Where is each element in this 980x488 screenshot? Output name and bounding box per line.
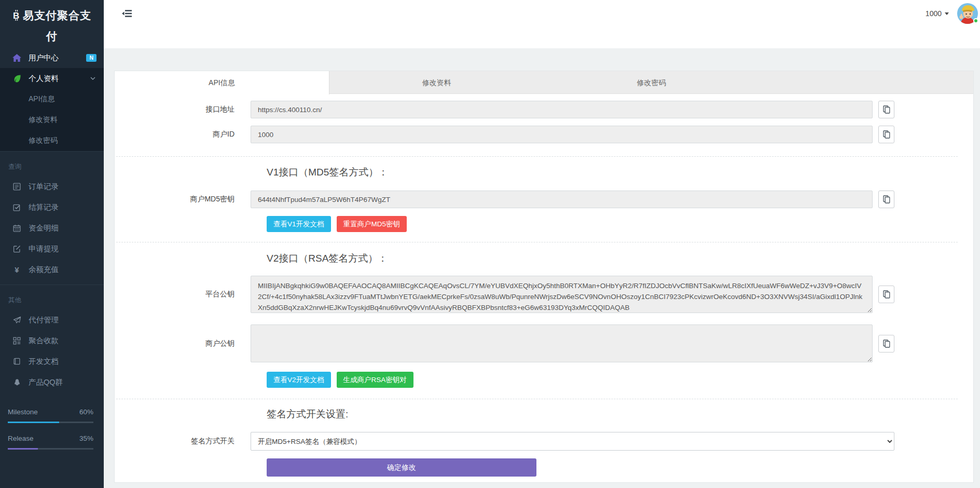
sidebar-item-balance-recharge[interactable]: ¥ 余额充值	[0, 259, 104, 280]
merchant-key-textarea[interactable]	[251, 324, 873, 362]
merchant-key-row: 商户公钥	[115, 324, 894, 362]
progress-label: Release	[8, 435, 34, 442]
qr-icon	[12, 337, 21, 345]
sidebar-item-settlement-records[interactable]: 结算记录	[0, 197, 104, 218]
sidebar-item-withdraw[interactable]: 申请提现	[0, 238, 104, 259]
sidebar-item-payout-management[interactable]: 代付管理	[0, 309, 104, 330]
sidebar-toggle-icon[interactable]	[120, 7, 133, 20]
sidebar-item-label: 结算记录	[29, 202, 59, 212]
qq-icon	[12, 378, 21, 386]
new-badge: N	[86, 54, 96, 62]
platform-key-textarea[interactable]: MIIBIjANBgkqhkiG9w0BAQEFAAOCAQ8AMIIBCgKC…	[251, 276, 873, 313]
check-square-icon	[12, 204, 21, 211]
copy-button[interactable]	[878, 286, 894, 303]
release-progress: Release 35%	[8, 435, 93, 450]
sign-switch-select[interactable]: 开启MD5+RSA签名（兼容模式）	[251, 432, 894, 451]
user-avatar[interactable]	[957, 3, 978, 24]
send-icon	[12, 316, 21, 324]
api-url-label: 接口地址	[115, 105, 251, 114]
calendar-icon	[12, 224, 21, 232]
sign-switch-row: 签名方式开关 开启MD5+RSA签名（兼容模式）	[115, 432, 894, 451]
platform-key-label: 平台公钥	[115, 290, 251, 299]
sidebar-item-user-center[interactable]: 用户中心 N	[0, 47, 104, 68]
section-divider	[116, 242, 958, 242]
list-icon	[12, 183, 21, 191]
v1-buttons-row: 查看V1开发文档 重置商户MD5密钥	[267, 216, 973, 232]
book-icon	[12, 358, 21, 365]
sidebar-item-label: 余额充值	[29, 265, 59, 275]
section-label-other: 其他	[0, 285, 104, 309]
md5-key-input[interactable]	[251, 191, 873, 208]
merchant-id-input[interactable]	[251, 126, 873, 143]
sidebar-item-label: 代付管理	[29, 315, 59, 325]
sidebar-item-label: 用户中心	[29, 53, 59, 63]
yen-icon: ¥	[12, 266, 21, 274]
edit-icon	[12, 245, 21, 253]
merchant-id-label: 商户ID	[115, 130, 251, 139]
v1-section-heading: V1接口（MD5签名方式）：	[267, 166, 973, 179]
api-info-card: API信息 修改资料 修改密码 接口地址 商户ID V1接口（MD5签名方式）：	[114, 71, 974, 483]
sidebar-subitem-change-password[interactable]: 修改密码	[0, 130, 104, 151]
api-url-row: 接口地址	[115, 101, 894, 118]
sidebar-item-product-qq-group[interactable]: 产品QQ群	[0, 372, 104, 392]
sidebar: B 易支付聚合支付 用户中心 N 个人资料 API信息 修改资料 修改密	[0, 0, 104, 488]
sidebar-subitem-api-info[interactable]: API信息	[0, 89, 104, 110]
sidebar-item-profile[interactable]: 个人资料	[0, 68, 104, 89]
view-v1-docs-button[interactable]: 查看V1开发文档	[267, 216, 331, 232]
section-divider	[116, 156, 958, 157]
section-label-query: 查询	[0, 152, 104, 176]
copy-button[interactable]	[878, 191, 894, 208]
online-status-dot	[973, 18, 978, 23]
tab-api-info[interactable]: API信息	[115, 71, 329, 94]
caret-down-icon	[945, 12, 949, 15]
sidebar-item-fund-details[interactable]: 资金明细	[0, 218, 104, 238]
md5-key-label: 商户MD5密钥	[115, 195, 251, 204]
copy-button[interactable]	[878, 335, 894, 353]
v2-section-heading: V2接口（RSA签名方式）：	[267, 252, 973, 265]
copy-button[interactable]	[878, 101, 894, 118]
section-divider	[116, 399, 958, 399]
sidebar-subitem-label: 修改资料	[29, 115, 58, 125]
confirm-submit-button[interactable]: 确定修改	[267, 458, 536, 477]
sidebar-item-aggregate-collection[interactable]: 聚合收款	[0, 330, 104, 351]
tab-bar: API信息 修改资料 修改密码	[115, 71, 973, 94]
sidebar-item-label: 申请提现	[29, 244, 59, 254]
account-dropdown[interactable]: 1000	[926, 9, 949, 18]
progress-bar	[8, 448, 93, 450]
progress-value: 60%	[79, 408, 93, 416]
milestone-progress: Milestone 60%	[8, 408, 93, 423]
copy-button[interactable]	[878, 126, 894, 143]
tab-change-password[interactable]: 修改密码	[544, 71, 759, 93]
merchant-id-row: 商户ID	[115, 126, 894, 143]
sidebar-subitem-label: API信息	[29, 94, 55, 104]
sign-switch-label: 签名方式开关	[115, 437, 251, 446]
bitcoin-icon: B	[12, 10, 20, 21]
sidebar-item-label: 产品QQ群	[29, 377, 63, 387]
generate-rsa-keypair-button[interactable]: 生成商户RSA密钥对	[337, 372, 413, 388]
sidebar-item-label: 订单记录	[29, 182, 59, 192]
brand: B 易支付聚合支付	[0, 0, 104, 47]
sidebar-item-order-records[interactable]: 订单记录	[0, 176, 104, 197]
api-url-input[interactable]	[251, 101, 873, 118]
submit-row: 确定修改	[267, 458, 973, 477]
sidebar-item-dev-docs[interactable]: 开发文档	[0, 351, 104, 372]
topbar: 1000	[104, 0, 980, 48]
account-id: 1000	[926, 9, 942, 18]
tab-body: 接口地址 商户ID V1接口（MD5签名方式）： 商户MD5密钥	[115, 94, 973, 477]
tab-edit-profile[interactable]: 修改资料	[329, 71, 544, 93]
md5-key-row: 商户MD5密钥	[115, 191, 894, 208]
sidebar-subitem-edit-profile[interactable]: 修改资料	[0, 110, 104, 130]
sidebar-item-label: 开发文档	[29, 357, 59, 367]
view-v2-docs-button[interactable]: 查看V2开发文档	[267, 372, 331, 388]
home-icon	[12, 54, 21, 62]
progress-value: 35%	[79, 435, 93, 442]
sidebar-item-label: 个人资料	[29, 74, 59, 84]
leaf-icon	[12, 74, 21, 83]
reset-md5-key-button[interactable]: 重置商户MD5密钥	[337, 216, 407, 232]
svg-text:B: B	[13, 11, 20, 21]
sidebar-item-label: 资金明细	[29, 223, 59, 233]
main-content: API信息 修改资料 修改密码 接口地址 商户ID V1接口（MD5签名方式）：	[104, 48, 980, 488]
merchant-key-label: 商户公钥	[115, 339, 251, 348]
sidebar-subitem-label: 修改密码	[29, 136, 58, 145]
v2-buttons-row: 查看V2开发文档 生成商户RSA密钥对	[267, 372, 973, 388]
